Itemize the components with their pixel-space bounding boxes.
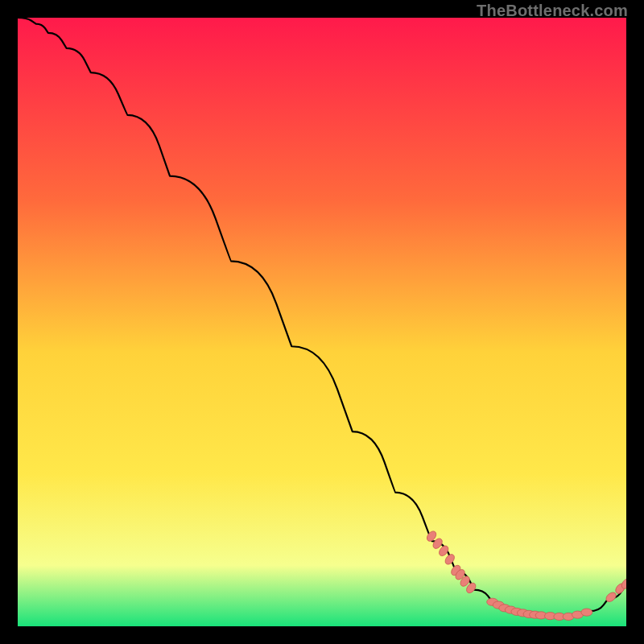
bottleneck-chart bbox=[18, 18, 626, 626]
gradient-background bbox=[18, 18, 626, 626]
chart-stage: TheBottleneck.com bbox=[0, 0, 644, 644]
data-dot bbox=[581, 609, 592, 616]
